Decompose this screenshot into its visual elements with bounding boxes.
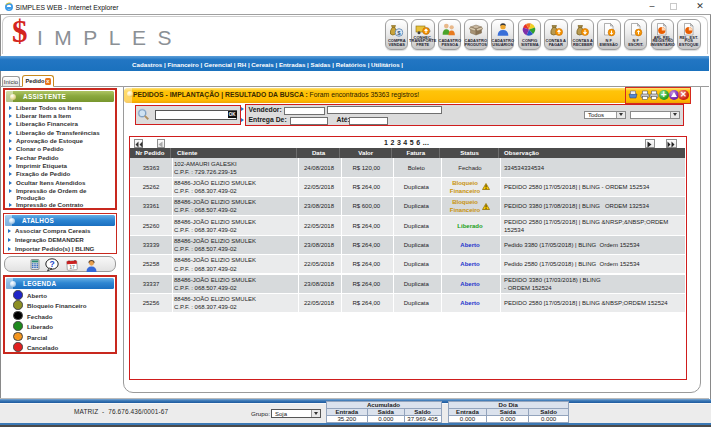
svg-text:?: ? — [49, 259, 54, 269]
svg-text:17: 17 — [69, 263, 75, 269]
